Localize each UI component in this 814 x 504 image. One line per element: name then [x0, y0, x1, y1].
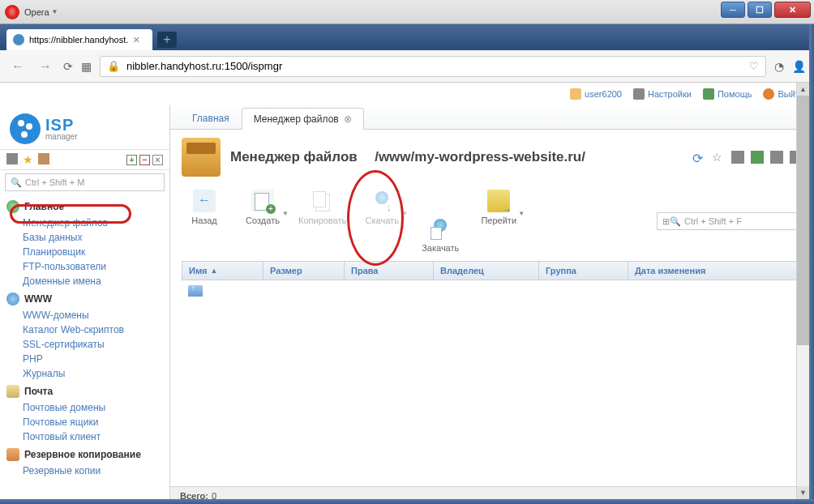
back-button[interactable]: Назад: [182, 190, 227, 225]
vertical-scrollbar[interactable]: ▲ ▼: [796, 83, 809, 499]
tab-close-icon[interactable]: ×: [133, 33, 139, 46]
scroll-down-icon[interactable]: ▼: [797, 486, 809, 499]
nav-back-icon[interactable]: ←: [8, 59, 28, 74]
page-header: Менеджер файлов /www/my-wordpress-websit…: [182, 138, 803, 177]
goto-button[interactable]: Перейти ▼: [476, 190, 521, 225]
sidebar-mini-toolbar: ★ + − ×: [0, 149, 169, 170]
filter-input[interactable]: ⊞🔍 Ctrl + Shift + F: [657, 212, 803, 230]
nav-item[interactable]: FTP-пользователи: [0, 259, 169, 274]
opera-menu-chevron[interactable]: ▼: [52, 8, 58, 15]
table-header-row: Имя▲ Размер Права Владелец Группа Дата и…: [182, 261, 803, 280]
chevron-down-icon[interactable]: ▼: [518, 210, 525, 217]
nav-group-header[interactable]: WWW: [0, 290, 169, 308]
nav-item[interactable]: SSL-сертификаты: [0, 337, 169, 352]
browser-tab[interactable]: https://nibbler.handyhost. ×: [6, 29, 152, 50]
nav-item[interactable]: Почтовые ящики: [0, 415, 169, 429]
collapse-all-icon[interactable]: −: [139, 155, 150, 165]
file-toolbar: Назад Создать ▼ Копировать Скачать: [182, 185, 803, 261]
col-owner[interactable]: Владелец: [434, 262, 539, 280]
nav-group: WWWWWW-доменыКаталог Web-скриптовSSL-сер…: [0, 290, 169, 381]
window-close-button[interactable]: ✕: [774, 2, 811, 18]
tab-title: https://nibbler.handyhost.: [29, 35, 128, 45]
nav-group-header[interactable]: Главное: [0, 198, 169, 216]
create-button[interactable]: Создать ▼: [240, 190, 285, 225]
browser-tab-bar: https://nibbler.handyhost. × +: [0, 24, 814, 50]
print-icon[interactable]: [770, 151, 783, 164]
col-size[interactable]: Размер: [263, 262, 345, 280]
extensions-icon[interactable]: ◔: [774, 60, 784, 73]
sidebar-search-input[interactable]: 🔍 Ctrl + Shift + M: [5, 173, 165, 191]
scrollbar-thumb[interactable]: [797, 96, 809, 345]
create-icon: [251, 190, 274, 212]
window-minimize-button[interactable]: ─: [721, 2, 745, 18]
nav-item[interactable]: Базы данных: [0, 230, 169, 245]
browser-name: Opera: [24, 7, 49, 17]
nav-group-label: Резервное копирование: [24, 449, 141, 460]
col-name[interactable]: Имя▲: [182, 262, 263, 280]
tab-close-icon[interactable]: ⊗: [344, 113, 352, 125]
bookmark-heart-icon[interactable]: ♡: [749, 60, 759, 72]
nav-group: Резервное копированиеРезервные копии: [0, 446, 169, 478]
nav-group-header[interactable]: Почта: [0, 382, 169, 400]
copy-icon[interactable]: [731, 151, 744, 164]
scroll-up-icon[interactable]: ▲: [797, 83, 809, 96]
copy-file-icon: [311, 190, 334, 212]
upload-button[interactable]: Закачать: [418, 217, 463, 253]
nav-item[interactable]: Каталог Web-скриптов: [0, 322, 169, 337]
nav-item[interactable]: Менеджер файлов: [0, 216, 169, 230]
nav-item[interactable]: Резервные копии: [0, 463, 169, 478]
main-panel: ГлавнаяМенеджер файлов⊗ Менеджер файлов …: [170, 105, 814, 504]
url-field[interactable]: 🔒 nibbler.handyhost.ru:1500/ispmgr ♡: [100, 56, 766, 77]
download-button: Скачать ▼: [359, 190, 405, 225]
chevron-down-icon[interactable]: ▼: [401, 210, 408, 217]
page-title: Менеджер файлов: [230, 149, 358, 165]
new-tab-button[interactable]: +: [157, 32, 177, 48]
nav-item[interactable]: PHP: [0, 352, 169, 366]
close-all-icon[interactable]: ×: [152, 155, 163, 165]
lock-icon: 🔒: [107, 60, 120, 72]
tree-icon[interactable]: [6, 153, 18, 164]
expand-all-icon[interactable]: +: [126, 155, 137, 165]
export-icon[interactable]: [751, 151, 764, 164]
goto-icon: [487, 190, 510, 212]
window-maximize-button[interactable]: ☐: [748, 2, 772, 18]
refresh-icon[interactable]: ⟳: [692, 151, 705, 164]
nav-group-label: Главное: [24, 201, 64, 212]
download-icon: [371, 190, 393, 212]
nav-item[interactable]: Планировщик: [0, 245, 169, 259]
backup-icon: [6, 448, 19, 461]
up-folder-icon[interactable]: [188, 285, 203, 297]
user-link[interactable]: user6200: [570, 88, 622, 100]
settings-icon: [633, 88, 645, 100]
col-date[interactable]: Дата изменения: [628, 262, 802, 280]
nav-group-label: Почта: [24, 386, 53, 397]
settings-link[interactable]: Настройки: [633, 88, 692, 100]
sort-asc-icon: ▲: [210, 267, 217, 275]
clipboard-icon[interactable]: [38, 153, 49, 164]
chevron-down-icon[interactable]: ▼: [282, 210, 289, 217]
nav-item[interactable]: Доменные имена: [0, 274, 169, 288]
upload-icon: [429, 217, 452, 240]
nav-group-header[interactable]: Резервное копирование: [0, 446, 169, 463]
nav-reload-icon[interactable]: ⟳: [63, 60, 73, 73]
col-permissions[interactable]: Права: [345, 262, 434, 280]
filter-placeholder: Ctrl + Shift + F: [684, 216, 742, 226]
file-table: Имя▲ Размер Права Владелец Группа Дата и…: [182, 261, 803, 313]
panel-tabs: ГлавнаяМенеджер файлов⊗: [170, 105, 814, 130]
help-icon: [703, 88, 714, 100]
panel-tab[interactable]: Главная: [180, 107, 242, 129]
nav-item[interactable]: Почтовый клиент: [0, 429, 169, 444]
nav-forward-icon[interactable]: →: [36, 59, 55, 74]
col-group[interactable]: Группа: [539, 262, 628, 280]
nav-item[interactable]: Почтовые домены: [0, 400, 169, 415]
nav-item[interactable]: WWW-домены: [0, 308, 169, 322]
star-icon[interactable]: ☆: [712, 151, 725, 164]
help-link[interactable]: Помощь: [703, 88, 752, 100]
nav-apps-icon[interactable]: ▦: [81, 60, 92, 73]
address-bar: ← → ⟳ ▦ 🔒 nibbler.handyhost.ru:1500/ispm…: [0, 50, 814, 83]
panel-tab[interactable]: Менеджер файлов⊗: [242, 108, 364, 130]
folder-big-icon: [182, 138, 221, 177]
favorites-icon[interactable]: ★: [23, 153, 33, 166]
nav-item[interactable]: Журналы: [0, 366, 169, 381]
account-icon[interactable]: 👤: [792, 60, 806, 73]
